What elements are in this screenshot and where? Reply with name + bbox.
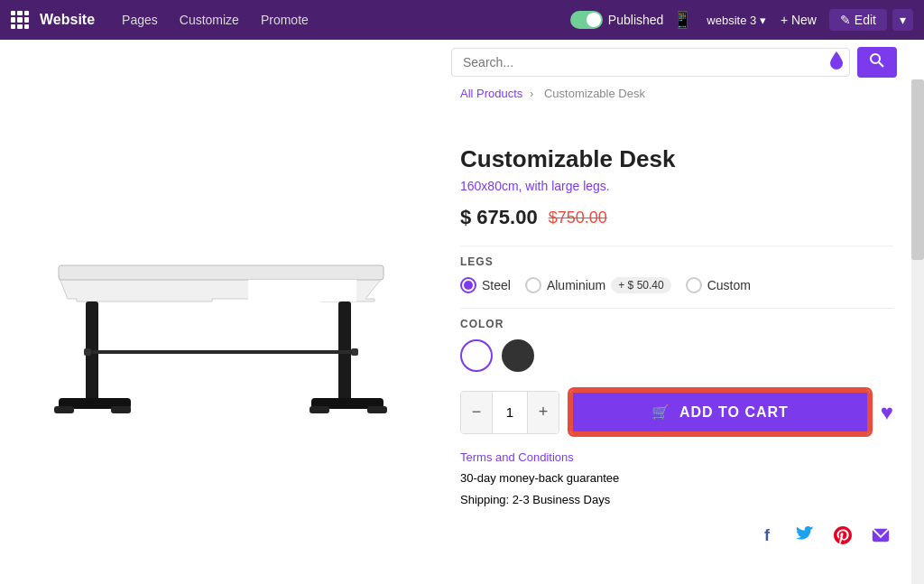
- legs-aluminium-radio[interactable]: [525, 277, 541, 293]
- top-navbar: Website Pages Customize Promote Publishe…: [0, 0, 924, 40]
- svg-rect-6: [54, 406, 74, 413]
- quantity-control: − +: [460, 391, 559, 434]
- search-input[interactable]: [451, 48, 850, 77]
- shipping-text: Shipping: 2-3 Business Days: [460, 489, 893, 510]
- nav-promote[interactable]: Promote: [252, 13, 318, 27]
- breadcrumb-current: Customizable Desk: [544, 87, 645, 100]
- legs-aluminium-price: + $ 50.40: [611, 277, 670, 293]
- breadcrumb-separator: ›: [530, 87, 537, 100]
- new-button[interactable]: + New: [781, 13, 817, 27]
- cart-row: − + 🛒 ADD TO CART ♥: [460, 390, 893, 434]
- legs-custom-radio[interactable]: [686, 277, 702, 293]
- pinterest-icon: [834, 526, 852, 544]
- wishlist-button[interactable]: ♥: [881, 400, 893, 425]
- svg-rect-12: [91, 350, 353, 354]
- svg-rect-0: [59, 265, 383, 280]
- svg-rect-10: [84, 348, 91, 356]
- legs-steel-radio[interactable]: [460, 277, 476, 293]
- heart-icon: ♥: [881, 400, 893, 424]
- facebook-icon: f: [764, 526, 770, 545]
- svg-point-13: [871, 54, 880, 63]
- legs-label: LEGS: [460, 246, 893, 268]
- device-icon[interactable]: 📱: [672, 10, 692, 30]
- color-black[interactable]: [502, 339, 534, 372]
- scrollbar[interactable]: [911, 79, 924, 584]
- pinterest-share[interactable]: [830, 523, 855, 548]
- svg-line-14: [879, 62, 883, 67]
- legs-option-aluminium[interactable]: Aluminium + $ 50.40: [525, 277, 671, 293]
- color-label: COLOR: [460, 308, 893, 330]
- website-selector[interactable]: website 3 ▾: [707, 14, 766, 27]
- legs-options: Steel Aluminium + $ 50.40 Custom: [460, 277, 893, 293]
- facebook-share[interactable]: f: [754, 523, 780, 548]
- qty-increase-button[interactable]: +: [528, 392, 559, 433]
- svg-rect-8: [310, 406, 329, 413]
- svg-rect-1: [248, 280, 356, 301]
- cart-icon: 🛒: [651, 403, 670, 421]
- breadcrumb: All Products › Customizable Desk: [442, 78, 911, 109]
- breadcrumb-all-products[interactable]: All Products: [460, 87, 522, 100]
- published-toggle[interactable]: [570, 11, 603, 29]
- quantity-input[interactable]: [492, 392, 528, 433]
- terms-link[interactable]: Terms and Conditions: [460, 450, 574, 464]
- product-image-area: [0, 40, 442, 584]
- price-original: $750.00: [549, 209, 607, 227]
- twitter-icon: [796, 526, 814, 544]
- email-icon: [871, 525, 891, 545]
- apps-icon[interactable]: [11, 11, 29, 29]
- social-row: f: [460, 523, 893, 548]
- edit-button[interactable]: ✎ Edit: [829, 9, 887, 31]
- qty-decrease-button[interactable]: −: [461, 392, 492, 433]
- legs-steel-label: Steel: [482, 278, 511, 292]
- email-share[interactable]: [868, 523, 893, 548]
- published-label: Published: [608, 13, 664, 27]
- price-current: $ 675.00: [460, 206, 538, 229]
- legs-custom-label: Custom: [707, 278, 751, 292]
- more-button[interactable]: ▾: [892, 9, 913, 31]
- drop-icon: [830, 51, 843, 70]
- published-status: Published: [570, 11, 664, 29]
- color-white[interactable]: [460, 339, 493, 372]
- guarantee-text: 30-day money-back guarantee: [460, 468, 893, 488]
- legs-aluminium-label: Aluminium: [547, 278, 605, 292]
- product-title: Customizable Desk: [460, 145, 893, 173]
- search-icon: [870, 53, 884, 68]
- nav-pages[interactable]: Pages: [113, 13, 167, 27]
- legs-option-steel[interactable]: Steel: [460, 277, 511, 293]
- twitter-share[interactable]: [792, 523, 818, 548]
- svg-rect-9: [367, 406, 387, 413]
- scrollbar-thumb[interactable]: [911, 79, 924, 260]
- svg-rect-7: [111, 406, 131, 413]
- product-subtitle: 160x80cm, with large legs.: [460, 179, 893, 193]
- search-button[interactable]: [857, 47, 897, 78]
- terms-section: Terms and Conditions 30-day money-back g…: [460, 447, 893, 510]
- nav-customize[interactable]: Customize: [171, 13, 248, 27]
- brand-label: Website: [40, 12, 95, 28]
- product-image: [32, 168, 411, 457]
- add-to-cart-button[interactable]: 🛒 ADD TO CART: [570, 390, 870, 434]
- legs-option-custom[interactable]: Custom: [686, 277, 751, 293]
- color-options: [460, 339, 893, 372]
- add-to-cart-label: ADD TO CART: [679, 404, 789, 421]
- price-row: $ 675.00 $750.00: [460, 206, 893, 229]
